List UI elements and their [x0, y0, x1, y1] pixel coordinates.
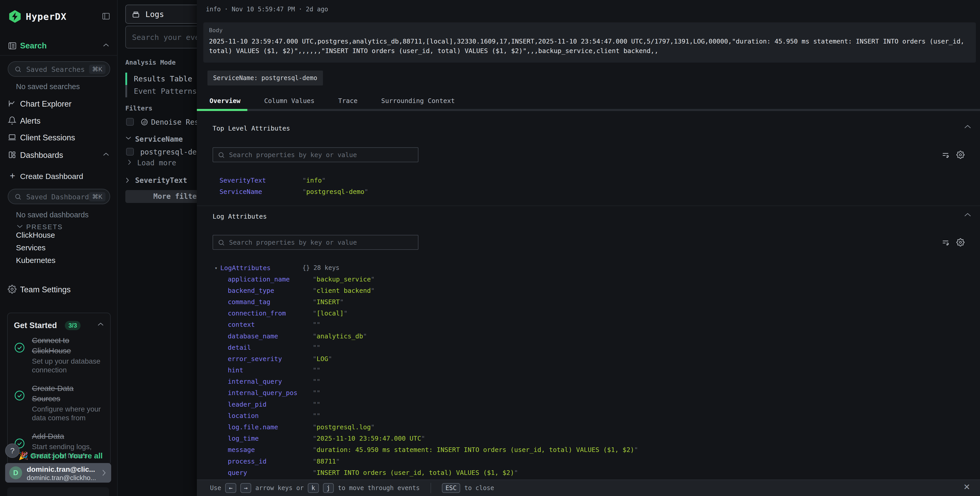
attribute-value[interactable]: duration: 45.950 ms statement: INSERT IN…: [313, 446, 638, 453]
k-key[interactable]: k: [308, 483, 318, 493]
attribute-key[interactable]: log.file.name: [228, 423, 313, 431]
check-circle-icon: [14, 342, 25, 375]
log-attributes-title: Log Attributes: [213, 213, 267, 220]
collapse-section-icon[interactable]: [964, 124, 972, 129]
attribute-value[interactable]: [313, 378, 320, 385]
mode-event-patterns[interactable]: Event Patterns: [134, 85, 197, 97]
attribute-row: message duration: 45.950 ms statement: I…: [228, 444, 638, 456]
sidebar-item-search[interactable]: Search: [0, 40, 117, 52]
attribute-key[interactable]: location: [228, 412, 313, 419]
sidebar-item-label: Alerts: [20, 116, 40, 126]
filters-label: Filters: [125, 105, 152, 112]
attribute-key[interactable]: backend_type: [228, 287, 313, 294]
attribute-key[interactable]: connection_from: [228, 309, 313, 317]
create-dashboard-button[interactable]: + Create Dashboard: [0, 171, 117, 182]
tab-surrounding-context[interactable]: Surrounding Context: [381, 94, 455, 108]
tab-overview[interactable]: Overview: [210, 94, 240, 108]
attribute-value[interactable]: analytics_db: [313, 332, 367, 340]
attribute-value[interactable]: [313, 389, 320, 397]
left-arrow-key[interactable]: ←: [225, 483, 236, 493]
wrap-lines-icon[interactable]: [942, 238, 950, 246]
saved-searches-input[interactable]: Saved Searches ⌘K: [8, 61, 110, 77]
help-button[interactable]: ?: [5, 443, 19, 458]
sidebar-item-client-sessions[interactable]: Client Sessions: [0, 132, 117, 144]
gear-icon[interactable]: [956, 238, 964, 246]
attribute-value[interactable]: [313, 401, 320, 408]
j-key[interactable]: j: [323, 483, 334, 493]
attribute-value[interactable]: backup_service: [313, 276, 375, 283]
attribute-row: process_id 88711: [228, 456, 638, 467]
esc-key[interactable]: ESC: [442, 483, 460, 493]
log-attributes-search-input[interactable]: Search properties by key or value: [213, 235, 418, 250]
event-timestamp: Nov 10 5:59:47 PM: [232, 6, 295, 13]
attribute-key[interactable]: application_name: [228, 276, 313, 283]
attribute-value[interactable]: INSERT: [313, 298, 344, 306]
sidebar-item-alerts[interactable]: Alerts: [0, 115, 117, 127]
attribute-key[interactable]: internal_query_pos: [228, 389, 313, 397]
denoise-checkbox[interactable]: [126, 118, 134, 126]
attribute-key[interactable]: database_name: [228, 332, 313, 340]
body-text[interactable]: 2025-11-10 23:59:47.000 UTC,postgres,ana…: [209, 37, 970, 56]
attribute-row: ServiceName postgresql-demo: [220, 186, 368, 197]
footer-close-hint: to close: [464, 485, 494, 491]
wrap-lines-icon[interactable]: [942, 151, 950, 159]
detail-footer: Use ← → arrow keys or k j to move throug…: [197, 480, 980, 496]
attribute-value[interactable]: INSERT INTO orders (user_id, total) VALU…: [313, 469, 518, 477]
close-icon[interactable]: ✕: [963, 482, 970, 492]
chevron-up-icon[interactable]: [97, 322, 104, 327]
attribute-value[interactable]: [313, 367, 320, 374]
sidebar-item-preset[interactable]: ClickHouse: [16, 231, 133, 243]
attribute-key[interactable]: process_id: [228, 458, 313, 465]
attribute-value[interactable]: postgresql-demo: [302, 188, 368, 195]
attribute-value[interactable]: [313, 344, 320, 351]
product-updates-card[interactable]: [7, 487, 109, 496]
attribute-key[interactable]: SeverityText: [220, 177, 302, 184]
attribute-row: log.file.name postgresql.log: [228, 421, 638, 433]
attribute-key[interactable]: detail: [228, 344, 313, 351]
sidebar-item-preset[interactable]: Kubernetes: [16, 256, 133, 269]
attribute-key[interactable]: message: [228, 446, 313, 453]
attribute-key[interactable]: ServiceName: [220, 188, 302, 195]
sidebar-item-dashboards[interactable]: Dashboards: [0, 149, 117, 161]
attribute-value[interactable]: [313, 412, 320, 419]
attribute-value[interactable]: [313, 321, 320, 329]
saved-dashboards-input[interactable]: Saved Dashboards ⌘K: [8, 189, 110, 204]
right-arrow-key[interactable]: →: [240, 483, 251, 493]
attribute-value[interactable]: info: [302, 177, 326, 184]
get-started-item[interactable]: Create Data Sources Configure where your…: [14, 383, 105, 423]
postgresql-demo-checkbox[interactable]: [126, 148, 134, 156]
attribute-key[interactable]: hint: [228, 367, 313, 374]
mode-results-table[interactable]: Results Table: [134, 73, 192, 85]
sidebar-item-preset[interactable]: Services: [16, 243, 133, 256]
gear-icon[interactable]: [956, 151, 964, 159]
attribute-key[interactable]: context: [228, 321, 313, 329]
chevron-down-icon: [125, 136, 132, 140]
source-select-value: Logs: [145, 10, 164, 19]
attribute-value[interactable]: 2025-11-10 23:59:47.000 UTC: [313, 435, 425, 442]
attribute-key[interactable]: log_time: [228, 435, 313, 442]
tab-trace[interactable]: Trace: [338, 94, 358, 108]
attribute-key[interactable]: leader_pid: [228, 401, 313, 408]
sidebar-item-chart-explorer[interactable]: Chart Explorer: [0, 98, 117, 110]
presets-toggle[interactable]: PRESETS: [0, 223, 117, 232]
top-level-search-input[interactable]: Search properties by key or value: [213, 147, 418, 162]
log-attributes-root-row[interactable]: ▾ LogAttributes {} 28 keys: [215, 262, 339, 273]
attribute-value[interactable]: postgresql.log: [313, 423, 375, 431]
sidebar-item-team-settings[interactable]: Team Settings: [0, 284, 117, 296]
attribute-key[interactable]: command_tag: [228, 298, 313, 306]
tab-column-values[interactable]: Column Values: [264, 94, 315, 108]
attribute-value[interactable]: 88711: [313, 458, 340, 465]
get-started-item[interactable]: Connect to ClickHouse Set up your databa…: [14, 335, 105, 375]
attribute-key[interactable]: LogAttributes: [220, 264, 302, 272]
sidebar-collapse-icon[interactable]: [102, 12, 110, 21]
attribute-key[interactable]: internal_query: [228, 378, 313, 385]
attribute-value[interactable]: LOG: [313, 355, 332, 363]
collapse-section-icon[interactable]: [964, 212, 972, 217]
attribute-value[interactable]: [local]: [313, 309, 347, 317]
attribute-value[interactable]: client backend: [313, 287, 375, 294]
event-meta-line: info·Nov 10 5:59:47 PM·2d ago: [206, 6, 328, 13]
service-tag[interactable]: ServiceName: postgresql-demo: [207, 70, 323, 86]
attribute-key[interactable]: query: [228, 469, 313, 477]
user-menu[interactable]: D dominic.tran@clic... dominic.tran@clic…: [5, 463, 111, 483]
attribute-key[interactable]: error_severity: [228, 355, 313, 363]
